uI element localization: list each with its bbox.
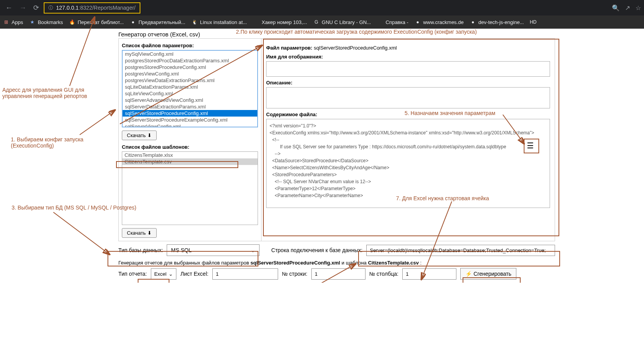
bookmark-label: Хакер номер 103,... xyxy=(261,19,307,25)
generation-summary-text: Генерация отчетов для выбранных файлов п… xyxy=(118,260,555,266)
left-panel: Список файлов параметров: mySqlViewConfi… xyxy=(118,38,261,241)
bookmark-item[interactable]: ⊞Apps xyxy=(3,19,23,25)
bookmark-icon: 🐧 xyxy=(191,19,198,25)
db-type-select[interactable]: MS SQL⌄ xyxy=(167,244,260,256)
params-list-item[interactable]: postgresStoredProcDataExtractionParams.x… xyxy=(123,57,257,64)
list-icon[interactable]: ☰ xyxy=(527,141,534,150)
bookmarks-bar: ⊞Apps★Bookmarks🔥Перехват библиот...●Пред… xyxy=(0,15,644,29)
download-icon: ⬇ xyxy=(147,230,152,236)
report-type-select[interactable]: Excel⌄ xyxy=(151,268,177,280)
right-panel: Файл параметров: sqlServerStoredProcedur… xyxy=(261,38,555,241)
params-list-item[interactable]: postgresViewDataExtractionParams.xml xyxy=(123,77,257,84)
url-text: 127.0.0.1:8322/ReportsManager/ xyxy=(56,5,136,11)
display-name-label: Имя для отображения: xyxy=(266,54,550,60)
params-list-label: Список файлов параметров: xyxy=(122,43,258,48)
bookmark-item[interactable]: ●dev-tech-js-engine... xyxy=(470,19,524,25)
bookmark-label: Справка - xyxy=(386,19,408,25)
bookmark-label: dev-tech-js-engine... xyxy=(478,19,524,25)
chevron-down-icon: ⌄ xyxy=(251,247,255,253)
chevron-down-icon: ⌄ xyxy=(169,271,173,277)
bookmark-label: Предварительный... xyxy=(138,19,185,25)
bookmark-label: Linux installation at... xyxy=(200,19,247,25)
conn-string-input[interactable] xyxy=(366,245,555,256)
bookmark-label: Bookmarks xyxy=(38,19,63,25)
bookmark-icon: ★ xyxy=(29,19,36,25)
params-list-item[interactable]: postgresStoredProcedureConfig.xml xyxy=(123,64,257,70)
bookmark-item[interactable]: GGNU C Library - GN... xyxy=(313,19,371,25)
display-name-input[interactable] xyxy=(266,61,550,77)
conn-string-label: Строка подключения к базе данных: xyxy=(271,247,362,253)
params-list-item[interactable]: sqlServerDataExtractionParams.xml xyxy=(123,103,257,110)
bookmark-icon: HD xyxy=(530,19,536,25)
reload-button[interactable]: ⟳ xyxy=(31,2,41,14)
bookmark-label: Перехват библиот... xyxy=(78,19,124,25)
template-list-item[interactable]: CitizensTemplate.xlsx xyxy=(122,152,258,158)
file-content-textarea[interactable]: <?xml version="1.0"?> <ExecutionConfig x… xyxy=(266,119,550,208)
bookmark-item[interactable]: 🔥Перехват библиот... xyxy=(69,19,124,25)
templates-list-label: Список файлов шаблонов: xyxy=(122,144,258,150)
bookmark-item[interactable]: ★Bookmarks xyxy=(29,19,63,25)
bookmark-icon: ⊞ xyxy=(3,19,9,25)
download-icon: ⬇ xyxy=(147,132,152,138)
generate-button[interactable]: ⚡Сгенерировать xyxy=(460,268,516,280)
col-label: № столбца: xyxy=(369,271,399,277)
bookmark-icon: ● xyxy=(470,19,476,25)
bookmark-icon: 🔥 xyxy=(69,19,75,25)
bookmark-item[interactable]: ●Предварительный... xyxy=(130,19,185,25)
db-type-label: Тип базы данных: xyxy=(118,247,163,253)
bookmark-item[interactable]: HD xyxy=(530,19,538,25)
download-template-button[interactable]: Скачать ⬇ xyxy=(122,228,157,238)
params-list-item[interactable]: sqlServerStoredProcedureConfig.xml xyxy=(123,110,257,117)
template-list-item[interactable]: CitizensTemplate.csv xyxy=(122,158,258,165)
params-list-item[interactable]: sqLiteDataExtractionParams.xml xyxy=(123,84,257,90)
col-input[interactable] xyxy=(402,268,456,280)
bookmark-item[interactable]: Хакер номер 103,... xyxy=(253,19,307,25)
sheet-label: Лист Excel: xyxy=(180,271,208,277)
file-param-label: Файл параметров: sqlServerStoredProcedur… xyxy=(266,45,550,51)
params-list-item[interactable]: sqlServerAdvancedViewConfig.xml xyxy=(123,97,257,103)
bookmark-item[interactable]: ●www.crackmes.de xyxy=(415,19,464,25)
report-type-label: Тип отчета: xyxy=(118,271,147,277)
params-listbox[interactable]: mySqlViewConfig.xmlpostgresStoredProcDat… xyxy=(122,50,258,127)
share-icon[interactable]: ↗ xyxy=(625,4,630,12)
bookmark-icon: G xyxy=(313,19,319,25)
bookmark-label: Apps xyxy=(12,19,23,25)
params-list-item[interactable]: sqLiteViewConfig.xml xyxy=(123,90,257,97)
back-button[interactable]: ← xyxy=(3,2,15,14)
bookmark-icon: ● xyxy=(415,19,421,25)
bookmark-label: www.crackmes.de xyxy=(423,19,464,25)
params-list-item[interactable]: postgresViewConfig.xml xyxy=(123,70,257,77)
sheet-input[interactable] xyxy=(212,268,278,280)
bookmark-icon xyxy=(377,19,383,25)
params-list-item[interactable]: mySqlViewConfig.xml xyxy=(123,51,257,57)
forward-button[interactable]: → xyxy=(17,2,29,14)
bolt-icon: ⚡ xyxy=(465,271,472,277)
url-bar[interactable]: ⓘ 127.0.0.1:8322/ReportsManager/ xyxy=(44,2,140,14)
star-icon[interactable]: ☆ xyxy=(635,4,641,12)
info-icon: ⓘ xyxy=(48,5,53,11)
page-title: Генератор отчетов (Excel, csv) xyxy=(118,31,640,38)
row-label: № строки: xyxy=(282,271,307,277)
browser-nav-bar: ← → ⟳ ⓘ 127.0.0.1:8322/ReportsManager/ 🔍… xyxy=(0,0,644,15)
search-icon[interactable]: 🔍 xyxy=(612,4,620,12)
bookmark-item[interactable]: 🐧Linux installation at... xyxy=(191,19,247,25)
file-content-label: Содержимое файла: xyxy=(266,112,550,117)
params-list-item[interactable]: sqlServerStoredProcedureExampleConfig.xm… xyxy=(123,117,257,123)
download-params-button[interactable]: Скачать ⬇ xyxy=(122,131,157,140)
bookmark-item[interactable]: Справка - xyxy=(377,19,408,25)
bookmark-label: GNU C Library - GN... xyxy=(322,19,371,25)
params-list-item[interactable]: sqlServerViewConfig.xml xyxy=(123,123,257,127)
row-input[interactable] xyxy=(311,268,366,280)
description-label: Описание: xyxy=(266,80,550,86)
bookmark-icon: ● xyxy=(130,19,136,25)
templates-listbox[interactable]: CitizensTemplate.xlsxCitizensTemplate.cs… xyxy=(122,151,258,225)
bookmark-icon xyxy=(253,19,259,25)
description-input[interactable] xyxy=(266,87,550,108)
